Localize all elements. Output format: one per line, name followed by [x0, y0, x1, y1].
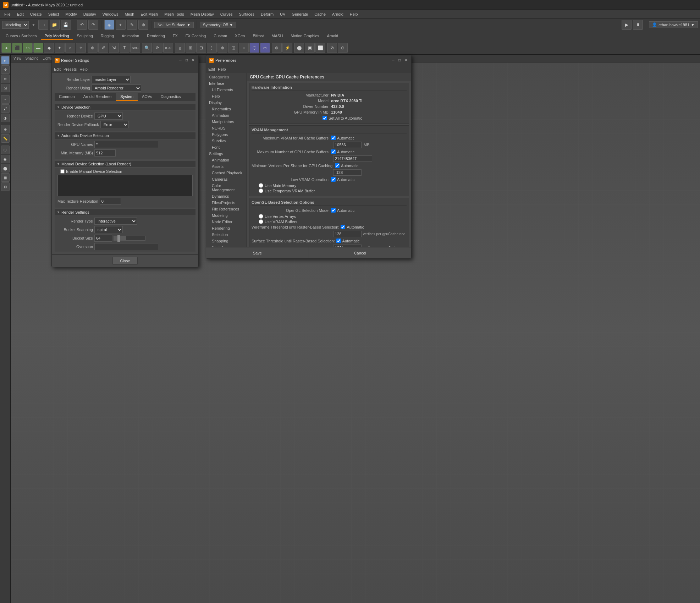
surface-threshold-input[interactable] — [333, 245, 362, 247]
shelf-multi-cut[interactable]: ⚡ — [282, 43, 292, 53]
render-settings-section-header[interactable]: ▼ Render Settings — [55, 209, 195, 215]
shelf-mirror[interactable]: ⧖ — [175, 43, 185, 53]
tool-extra3[interactable]: ⬤ — [1, 164, 10, 172]
toolbar-snap[interactable]: ⊕ — [138, 20, 148, 30]
toolbar-open[interactable]: 📁 — [50, 20, 60, 30]
max-vram-input[interactable] — [333, 142, 362, 148]
rs-tab-diagnostics[interactable]: Diagnostics — [156, 93, 185, 101]
shelf-star4[interactable]: ✧ — [76, 43, 86, 53]
shelf-separate[interactable]: ⊟ — [196, 43, 206, 53]
shelf-cut[interactable]: ✂ — [260, 43, 270, 53]
menu-file[interactable]: File — [1, 11, 13, 17]
menu-mesh-tools[interactable]: Mesh Tools — [161, 11, 187, 17]
tool-measure[interactable]: 📏 — [1, 134, 10, 143]
shelf-text[interactable]: T — [120, 43, 129, 53]
tool-extra1[interactable]: ⬡ — [1, 146, 10, 154]
shelf-loop[interactable]: ⟳ — [153, 43, 162, 53]
tool-move[interactable]: ✛ — [1, 65, 10, 74]
surface-threshold-auto-checkbox[interactable] — [336, 239, 341, 243]
tab-custom[interactable]: Custom — [210, 33, 231, 40]
bucket-scanning-select[interactable]: spiral — [94, 226, 123, 233]
tool-extra2[interactable]: ◉ — [1, 155, 10, 163]
pref-cat-node-editor[interactable]: Node Editor — [206, 219, 247, 225]
use-vertex-arrays-radio[interactable] — [259, 214, 263, 219]
pref-cat-help[interactable]: Help — [206, 93, 247, 99]
menu-modify[interactable]: Modify — [62, 11, 79, 17]
tool-scale[interactable]: ⇲ — [1, 84, 10, 92]
rs-menu-help[interactable]: Help — [79, 67, 88, 71]
pref-cat-dynamics[interactable]: Dynamics — [206, 193, 247, 199]
toolbar-paint[interactable]: ✎ — [127, 20, 137, 30]
rs-scroll-area[interactable]: ▼ Device Selection Render Device GPU Ren… — [55, 103, 195, 252]
rs-tab-arnold[interactable]: Arnold Renderer — [79, 93, 116, 101]
shelf-target-weld[interactable]: ⊛ — [272, 43, 282, 53]
tab-mash[interactable]: MASH — [268, 33, 287, 40]
pref-cat-color-management[interactable]: Color Management — [206, 182, 247, 193]
render-using-select[interactable]: Arnold Renderer — [92, 84, 141, 92]
tab-arnold[interactable]: Arnold — [323, 33, 342, 40]
tab-sculpting[interactable]: Sculpting — [73, 33, 97, 40]
no-live-surface[interactable]: No Live Surface ▼ — [154, 22, 194, 28]
shelf-fill[interactable]: ⬡ — [249, 43, 259, 53]
gpu-names-input[interactable] — [94, 141, 158, 148]
shelf-rig2[interactable]: ⊖ — [338, 43, 348, 53]
shelf-diamond[interactable]: ◆ — [44, 43, 54, 53]
toolbar-render[interactable]: ▶ — [622, 20, 632, 30]
wireframe-threshold-auto-checkbox[interactable] — [341, 225, 345, 229]
menu-edit-mesh[interactable]: Edit Mesh — [138, 11, 161, 17]
toolbar-new[interactable]: □ — [38, 20, 48, 30]
shelf-planar[interactable]: ▣ — [305, 43, 315, 53]
shelf-uv[interactable]: ⬜ — [315, 43, 325, 53]
pref-cat-settings[interactable]: Settings — [206, 150, 247, 157]
tab-rigging[interactable]: Rigging — [97, 33, 117, 40]
pref-cat-files-projects[interactable]: Files/Projects — [206, 199, 247, 206]
set-all-auto-checkbox[interactable] — [323, 116, 327, 120]
tab-poly-modeling[interactable]: Poly Modeling — [41, 33, 72, 40]
max-vram-auto-checkbox[interactable] — [331, 136, 336, 140]
tool-extra4[interactable]: ▦ — [1, 173, 10, 182]
wireframe-threshold-input[interactable] — [333, 231, 362, 237]
symmetry-select[interactable]: Symmetry: Off ▼ — [200, 22, 236, 28]
preferences-close[interactable]: ✕ — [403, 58, 408, 63]
menu-windows[interactable]: Windows — [100, 11, 121, 17]
rs-menu-edit[interactable]: Edit — [54, 67, 61, 71]
shelf-sphere[interactable]: ● — [1, 43, 11, 53]
pref-cat-subdivs[interactable]: Subdivs — [206, 138, 247, 144]
tab-bifrost[interactable]: Bifrost — [249, 33, 267, 40]
shelf-rotate[interactable]: ↺ — [98, 43, 108, 53]
pref-cat-interface[interactable]: Interface — [206, 80, 247, 87]
rs-tab-system[interactable]: System — [116, 93, 138, 101]
tab-curves-surfaces[interactable]: Curves / Surfaces — [2, 33, 40, 40]
menu-curves[interactable]: Curves — [217, 11, 236, 17]
tab-fx-caching[interactable]: FX Caching — [182, 33, 209, 40]
preferences-maximize[interactable]: □ — [397, 58, 402, 63]
menu-help[interactable]: Help — [347, 11, 361, 17]
min-vertices-auto-checkbox[interactable] — [335, 163, 340, 168]
menu-mesh[interactable]: Mesh — [122, 11, 137, 17]
render-settings-close[interactable]: ✕ — [191, 58, 195, 63]
shelf-gem[interactable]: ✦ — [55, 43, 65, 53]
min-vertices-input[interactable] — [333, 169, 362, 176]
render-type-select[interactable]: Interactive — [94, 218, 137, 225]
shelf-torus[interactable]: ○ — [65, 43, 75, 53]
shelf-cylinder[interactable]: ⬭ — [23, 43, 33, 53]
shelf-rig1[interactable]: ⊘ — [327, 43, 337, 53]
tab-animation[interactable]: Animation — [118, 33, 143, 40]
max-gpu-buffers-input[interactable] — [333, 155, 372, 162]
shelf-num[interactable]: 0.00 — [163, 43, 173, 53]
pref-cat-nurbs[interactable]: NURBS — [206, 125, 247, 131]
shelf-svg[interactable]: SVG — [130, 43, 140, 53]
render-fallback-select[interactable]: Error — [100, 121, 129, 128]
tab-fx[interactable]: FX — [169, 33, 181, 40]
pref-cat-assets[interactable]: Assets — [206, 163, 247, 170]
menu-edit[interactable]: Edit — [14, 11, 27, 17]
auto-device-header[interactable]: ▼ Automatic Device Selection — [55, 132, 195, 139]
render-device-select[interactable]: GPU — [94, 113, 123, 120]
use-vram-buffers-radio[interactable] — [259, 219, 263, 224]
rs-tab-aovs[interactable]: AOVs — [138, 93, 156, 101]
pref-cat-ui-elements[interactable]: UI Elements — [206, 87, 247, 93]
pref-cat-animation[interactable]: Animation — [206, 112, 247, 119]
max-texture-input[interactable] — [100, 198, 121, 205]
shelf-cube[interactable]: ⬛ — [12, 43, 22, 53]
shelf-scale[interactable]: ⇲ — [109, 43, 119, 53]
